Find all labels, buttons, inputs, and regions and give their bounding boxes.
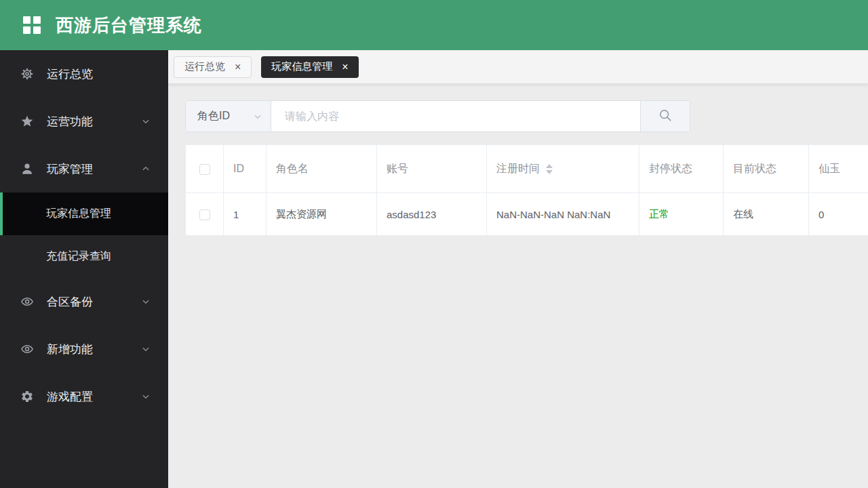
- column-header-xianyu: 仙玉: [809, 145, 868, 193]
- search-input[interactable]: [271, 101, 640, 131]
- sidebar-subitem-label: 充值记录查询: [46, 249, 111, 264]
- status-badge: 正常: [649, 208, 669, 220]
- sidebar-item-label: 运行总览: [47, 66, 93, 82]
- star-icon: [20, 115, 34, 128]
- select-all-checkbox[interactable]: [199, 164, 210, 175]
- sidebar-item-label: 合区备份: [47, 294, 93, 310]
- logo-square: [33, 16, 41, 24]
- sidebar-subitem-label: 玩家信息管理: [46, 207, 111, 221]
- tab-label: 玩家信息管理: [271, 60, 332, 73]
- close-icon[interactable]: ×: [342, 62, 348, 73]
- app-title: 西游后台管理系统: [56, 14, 202, 37]
- cell-current-status: 在线: [724, 193, 809, 236]
- close-icon[interactable]: ×: [235, 62, 241, 73]
- sort-descending-icon[interactable]: [546, 170, 553, 174]
- sidebar-subitem-player-info[interactable]: 玩家信息管理: [0, 192, 168, 235]
- column-header-register-time[interactable]: 注册时间: [487, 145, 639, 193]
- sidebar-item-player-management[interactable]: 玩家管理: [0, 145, 168, 192]
- select-all-cell: [186, 145, 224, 193]
- logo-square: [23, 16, 31, 24]
- sort-ascending-icon[interactable]: [546, 164, 553, 168]
- logo-square: [23, 26, 31, 34]
- cell-ban-status: 正常: [639, 193, 724, 236]
- eye-icon: [20, 295, 34, 308]
- column-header-label: 注册时间: [496, 163, 540, 174]
- column-header-ban-status: 封停状态: [639, 145, 724, 193]
- search-bar: 角色ID: [185, 100, 690, 132]
- sidebar-subitem-recharge-records[interactable]: 充值记录查询: [0, 235, 168, 278]
- sidebar-item-overview[interactable]: 运行总览: [0, 50, 168, 98]
- cell-role-name: 翼杰资源网: [267, 193, 377, 236]
- player-table-wrap: ID 角色名 账号 注册时间 封停状态 目前状态 仙玉 1: [185, 144, 868, 236]
- tab-overview[interactable]: 运行总览 ×: [174, 56, 252, 78]
- logo-square: [33, 26, 41, 34]
- row-select-cell: [186, 193, 224, 236]
- table-header-row: ID 角色名 账号 注册时间 封停状态 目前状态 仙玉: [186, 145, 868, 193]
- sidebar-item-label: 新增功能: [47, 342, 93, 357]
- search-field-dropdown[interactable]: 角色ID: [186, 101, 271, 131]
- settings-gear-icon: [20, 67, 34, 81]
- column-header-role-name: 角色名: [267, 145, 377, 193]
- column-header-id: ID: [224, 145, 267, 193]
- cell-id: 1: [224, 193, 267, 236]
- chevron-down-icon: [141, 297, 151, 306]
- user-icon: [20, 162, 34, 176]
- search-field-selected: 角色ID: [197, 109, 230, 123]
- chevron-down-icon: [253, 112, 262, 121]
- chevron-down-icon: [141, 117, 151, 126]
- sidebar-item-label: 玩家管理: [47, 161, 93, 177]
- column-header-account: 账号: [377, 145, 487, 193]
- column-header-current-status: 目前状态: [724, 145, 809, 193]
- sidebar-item-label: 游戏配置: [47, 389, 93, 405]
- app-logo-grid-icon: [23, 16, 41, 34]
- chevron-up-icon: [141, 164, 151, 174]
- eye-icon: [20, 342, 34, 356]
- tab-player-info[interactable]: 玩家信息管理 ×: [261, 56, 358, 78]
- search-button[interactable]: [640, 101, 690, 131]
- sort-carets-icon[interactable]: [546, 164, 553, 174]
- cell-account: asdasd123: [377, 193, 487, 236]
- main-content: 角色ID I: [168, 85, 868, 488]
- tab-bar: 运行总览 × 玩家信息管理 ×: [168, 50, 868, 84]
- app-header: 西游后台管理系统: [0, 0, 868, 50]
- table-row: 1 翼杰资源网 asdasd123 NaN-NaN-NaN NaN:NaN 正常…: [186, 193, 868, 236]
- chevron-down-icon: [141, 392, 151, 401]
- row-checkbox[interactable]: [199, 209, 210, 220]
- tab-label: 运行总览: [184, 60, 225, 73]
- sidebar-item-merge-backup[interactable]: 合区备份: [0, 278, 168, 325]
- sidebar-item-label: 运营功能: [47, 114, 93, 129]
- sidebar: 运行总览 运营功能 玩家管理 玩家信息管理 充值记录查询: [0, 50, 168, 488]
- search-icon: [658, 108, 673, 125]
- sidebar-item-operations[interactable]: 运营功能: [0, 98, 168, 145]
- sidebar-item-game-config[interactable]: 游戏配置: [0, 373, 168, 420]
- player-table: ID 角色名 账号 注册时间 封停状态 目前状态 仙玉 1: [185, 144, 868, 236]
- cell-register-time: NaN-NaN-NaN NaN:NaN: [487, 193, 639, 236]
- cell-xianyu: 0: [809, 193, 868, 236]
- gear-icon: [20, 390, 34, 403]
- chevron-down-icon: [141, 344, 151, 354]
- sidebar-item-new-features[interactable]: 新增功能: [0, 325, 168, 373]
